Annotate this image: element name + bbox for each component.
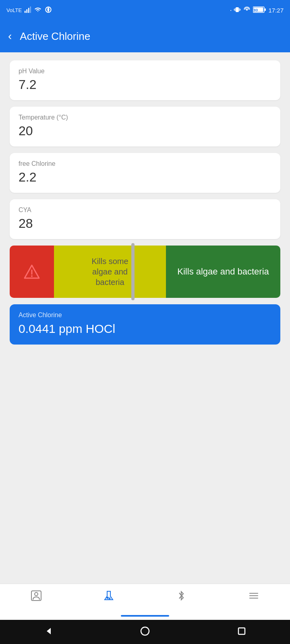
temperature-card: Temperature (°C) 20 — [10, 107, 280, 147]
svg-point-23 — [109, 598, 110, 599]
free-chlorine-card: free Chlorine 2.2 — [10, 153, 280, 193]
svg-rect-12 — [265, 8, 266, 11]
system-nav-bar — [0, 620, 290, 644]
slider-indicator[interactable] — [131, 243, 135, 300]
svg-point-17 — [31, 275, 33, 277]
bluetooth-icon — [175, 590, 187, 605]
result-card: Active Chlorine 0.0441 ppm HOCl — [10, 304, 280, 345]
svg-rect-8 — [234, 8, 235, 10]
profile-icon — [30, 590, 42, 605]
battery-icon: 93 — [253, 6, 266, 14]
svg-rect-7 — [239, 8, 240, 11]
status-bar: VoLTE • — [0, 0, 290, 20]
vibrate-icon — [234, 6, 241, 14]
home-system-button[interactable] — [140, 626, 150, 638]
cya-card: CYA 28 — [10, 199, 280, 239]
page-title: Active Chlorine — [20, 30, 90, 43]
nav-bluetooth[interactable] — [145, 590, 218, 605]
svg-point-19 — [35, 592, 38, 596]
recents-system-button[interactable] — [237, 626, 246, 638]
nav-indicator — [121, 615, 169, 617]
svg-text:93: 93 — [254, 8, 258, 12]
svg-marker-27 — [47, 628, 51, 634]
back-button[interactable]: ‹ — [8, 30, 12, 43]
result-value: 0.0441 ppm HOCl — [19, 322, 271, 336]
svg-rect-5 — [236, 7, 239, 12]
status-right: • 93 17:27 — [230, 6, 284, 14]
result-label: Active Chlorine — [19, 312, 271, 319]
svg-point-22 — [107, 597, 108, 599]
time-display: 17:27 — [268, 7, 284, 14]
hotspot-icon — [243, 6, 251, 14]
svg-rect-0 — [25, 10, 26, 12]
ph-value: 7.2 — [19, 77, 271, 92]
scale-green-zone: Kills algae and bacteria — [166, 246, 280, 298]
signal-icon — [24, 6, 31, 14]
header: ‹ Active Chlorine — [0, 20, 290, 52]
bottom-nav — [0, 584, 290, 620]
content-area: pH Value 7.2 Temperature (°C) 20 free Ch… — [0, 52, 290, 584]
scale-green-text: Kills algae and bacteria — [177, 266, 269, 277]
ph-label: pH Value — [19, 68, 271, 75]
wifi-icon — [34, 6, 42, 14]
nav-menu[interactable] — [218, 590, 290, 605]
temperature-label: Temperature (°C) — [19, 114, 271, 121]
svg-point-10 — [246, 8, 248, 10]
nav-profile[interactable] — [0, 590, 72, 605]
free-chlorine-label: free Chlorine — [19, 160, 271, 167]
scale-bar-container: Kills somealgae andbacteria Kills algae … — [10, 246, 280, 298]
svg-rect-3 — [30, 6, 31, 12]
warning-icon — [23, 263, 41, 281]
dot-icon: • — [230, 8, 232, 12]
svg-rect-2 — [28, 8, 29, 13]
cya-label: CYA — [19, 206, 271, 214]
scale-red-zone — [10, 246, 54, 298]
scale-bar: Kills somealgae andbacteria Kills algae … — [10, 246, 280, 298]
status-left: VoLTE — [6, 6, 52, 14]
svg-rect-9 — [240, 8, 241, 10]
svg-point-28 — [141, 627, 149, 635]
lab-icon — [103, 590, 115, 605]
temperature-value: 20 — [19, 124, 271, 138]
scale-yellow-zone: Kills somealgae andbacteria — [54, 246, 166, 298]
svg-rect-1 — [26, 9, 27, 13]
menu-icon — [248, 590, 260, 605]
nav-lab[interactable] — [72, 590, 145, 605]
svg-rect-29 — [238, 628, 245, 634]
ph-value-card: pH Value 7.2 — [10, 60, 280, 100]
free-chlorine-value: 2.2 — [19, 170, 271, 185]
wifi2-icon — [44, 6, 52, 14]
scale-yellow-text: Kills somealgae andbacteria — [91, 256, 128, 287]
cya-value: 28 — [19, 216, 271, 231]
volte-indicator: VoLTE — [6, 7, 22, 13]
svg-rect-6 — [235, 8, 236, 11]
back-system-button[interactable] — [44, 626, 53, 638]
